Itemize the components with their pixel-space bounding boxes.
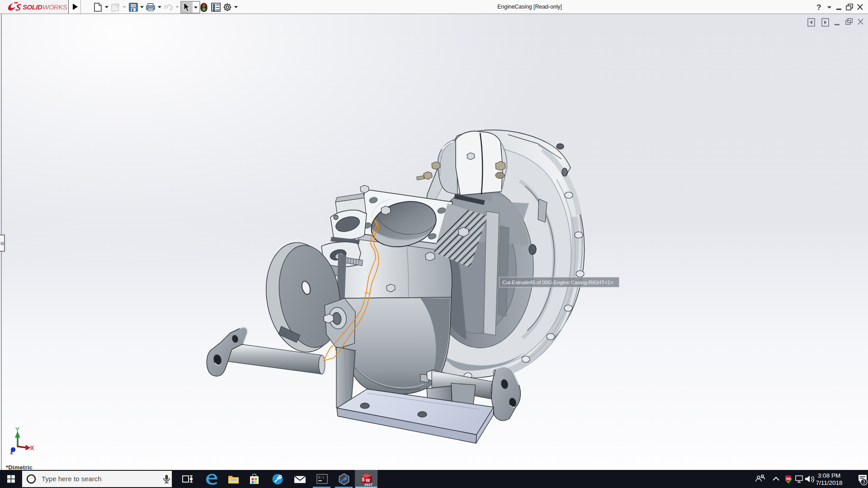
svg-text:?: ? bbox=[816, 3, 821, 12]
svg-text:C:\: C:\ bbox=[318, 476, 325, 479]
svg-text:WORKS: WORKS bbox=[42, 3, 67, 11]
svg-text:2017: 2017 bbox=[364, 483, 373, 487]
svg-text:3: 3 bbox=[863, 479, 865, 484]
svg-text:S: S bbox=[362, 477, 365, 482]
svg-text:SOLID: SOLID bbox=[23, 3, 42, 11]
